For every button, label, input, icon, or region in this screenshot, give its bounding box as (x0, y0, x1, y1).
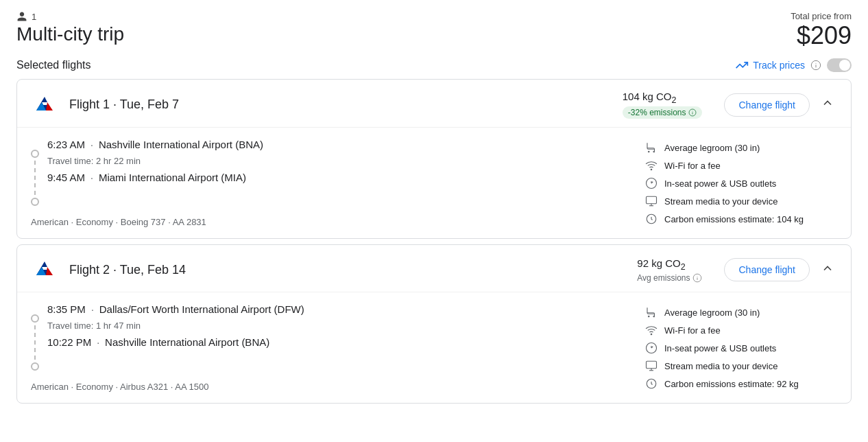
flight-itinerary-1: 6:23 AM · Nashville International Airpor… (31, 139, 629, 227)
amenity-label-2-4: Carbon emissions estimate: 92 kg (664, 379, 799, 389)
itinerary-content-1: 6:23 AM · Nashville International Airpor… (31, 139, 629, 206)
arrival-time-2: 10:22 PM (47, 336, 91, 348)
passengers-row: 1 (16, 11, 124, 22)
amenity-label-1-4: Carbon emissions estimate: 104 kg (664, 214, 804, 224)
emissions-info-icon[interactable] (688, 108, 697, 117)
chevron-up-icon-1 (821, 96, 834, 110)
track-prices-toggle[interactable] (827, 58, 852, 72)
itinerary-content-2: 8:35 PM · Dallas/Fort Worth Internationa… (31, 303, 629, 371)
svg-point-18 (649, 316, 650, 317)
separator-dep-2: · (91, 304, 94, 315)
co2-amount-1: 104 kg CO2 (623, 91, 677, 105)
co2-icon-1 (645, 213, 658, 225)
svg-point-17 (697, 276, 698, 277)
amenity-label-1-2: In-seat power & USB outlets (664, 178, 776, 189)
amenity-row-2-4: Carbon emissions estimate: 92 kg (645, 377, 837, 390)
arrival-dot-1 (31, 198, 39, 206)
arrival-time-1: 9:45 AM (47, 172, 85, 183)
departure-airport-1: Nashville International Airport (BNA) (99, 139, 263, 150)
flight-meta-1: American · Economy · Boeing 737 · AA 283… (31, 217, 629, 227)
dot-column-2 (31, 303, 39, 371)
amenity-row-2-0: Average legroom (30 in) (645, 306, 837, 318)
flight-header-left-1: Flight 1 · Tue, Feb 7 (31, 91, 179, 119)
seat-icon-1 (645, 141, 658, 154)
flight-card-header-2: Flight 2 · Tue, Feb 14 92 kg CO2 Avg emi… (17, 245, 851, 292)
track-prices-link[interactable]: Track prices (735, 58, 805, 72)
flight-header-left-2: Flight 2 · Tue, Feb 14 (31, 256, 186, 283)
amenity-row-1-1: Wi-Fi for a fee (645, 159, 837, 172)
amenities-column-1: Average legroom (30 in) Wi-Fi for a fee … (645, 139, 837, 227)
svg-rect-24 (647, 361, 657, 369)
flight-header-right-2: Change flight (724, 258, 837, 281)
power-icon-2 (645, 342, 658, 354)
amenity-label-2-2: In-seat power & USB outlets (664, 343, 776, 353)
total-price-block: Total price from $209 (791, 11, 852, 50)
amenity-label-1-1: Wi-Fi for a fee (664, 161, 721, 171)
svg-point-8 (651, 169, 652, 170)
amenity-row-1-0: Average legroom (30 in) (645, 141, 837, 154)
change-flight-button-1[interactable]: Change flight (724, 93, 810, 117)
departure-dot-2 (31, 314, 39, 323)
route-line-1 (34, 161, 36, 195)
total-price-label: Total price from (791, 11, 852, 21)
arrival-dot-2 (31, 362, 39, 371)
flight-emissions-2: 92 kg CO2 Avg emissions (637, 257, 702, 283)
flight-card-2: Flight 2 · Tue, Feb 14 92 kg CO2 Avg emi… (16, 244, 852, 404)
departure-time-2: 8:35 PM (47, 303, 86, 315)
co2-amount-2: 92 kg CO2 (637, 257, 685, 272)
amenity-label-2-1: Wi-Fi for a fee (664, 325, 721, 336)
flight-emissions-1: 104 kg CO2 -32% emissions (623, 91, 703, 119)
flight-itinerary-2: 8:35 PM · Dallas/Fort Worth Internationa… (31, 303, 629, 392)
airline-logo-2 (31, 256, 58, 283)
flights-container: Flight 1 · Tue, Feb 7 104 kg CO2 -32% em… (16, 79, 852, 404)
separator-dep-1: · (91, 139, 93, 150)
passengers-count: 1 (32, 12, 36, 22)
flight-card-header-1: Flight 1 · Tue, Feb 7 104 kg CO2 -32% em… (17, 80, 851, 128)
svg-point-2 (815, 63, 816, 64)
route-line-2 (34, 325, 36, 360)
co2-icon-2 (645, 377, 658, 390)
flight-card-body-2: 8:35 PM · Dallas/Fort Worth Internationa… (17, 292, 851, 403)
trip-title: Multi-city trip (16, 23, 124, 45)
amenity-label-1-0: Average legroom (30 in) (664, 143, 760, 153)
times-column-1: 6:23 AM · Nashville International Airpor… (47, 139, 629, 206)
arrival-airport-1: Miami International Airport (MIA) (99, 172, 246, 183)
arrival-row-2: 10:22 PM · Nashville International Airpo… (47, 336, 629, 348)
departure-row-2: 8:35 PM · Dallas/Fort Worth Internationa… (47, 303, 629, 315)
departure-airport-2: Dallas/Fort Worth International Airport … (99, 303, 304, 315)
avg-emissions-info-icon[interactable] (692, 273, 702, 283)
seat-icon-2 (645, 306, 658, 318)
chevron-up-icon-2 (821, 261, 834, 275)
svg-point-7 (653, 151, 655, 152)
amenity-row-1-4: Carbon emissions estimate: 104 kg (645, 213, 837, 225)
track-prices-info-icon[interactable] (810, 60, 821, 71)
travel-time-2: Travel time: 1 hr 47 min (47, 321, 629, 331)
amenity-row-2-3: Stream media to your device (645, 360, 837, 372)
separator-arr-1: · (91, 172, 93, 183)
times-column-2: 8:35 PM · Dallas/Fort Worth Internationa… (47, 303, 629, 371)
change-flight-button-2[interactable]: Change flight (724, 258, 810, 281)
amenity-row-1-3: Stream media to your device (645, 195, 837, 207)
collapse-flight-button-2[interactable] (818, 259, 837, 281)
person-icon (16, 11, 27, 22)
amenities-column-2: Average legroom (30 in) Wi-Fi for a fee … (645, 303, 837, 392)
dot-column-1 (31, 139, 39, 206)
svg-point-20 (651, 334, 652, 335)
power-icon-1 (645, 177, 658, 189)
amenity-label-1-3: Stream media to your device (664, 196, 777, 207)
emissions-badge-1: -32% emissions (623, 106, 703, 119)
svg-rect-12 (647, 196, 657, 204)
separator-arr-2: · (97, 337, 99, 348)
svg-point-19 (653, 316, 655, 317)
collapse-flight-button-1[interactable] (818, 93, 837, 116)
svg-point-5 (692, 111, 693, 112)
departure-time-1: 6:23 AM (47, 139, 85, 150)
amenity-label-2-0: Average legroom (30 in) (664, 307, 760, 318)
trending-up-icon (735, 58, 749, 72)
amenity-label-2-3: Stream media to your device (664, 361, 777, 371)
avg-emissions-badge-2: Avg emissions (637, 273, 702, 283)
wifi-icon-1 (645, 159, 658, 172)
media-icon-2 (645, 360, 658, 372)
arrival-airport-2: Nashville International Airport (BNA) (105, 336, 269, 348)
flight-number-title-1: Flight 1 · Tue, Feb 7 (69, 97, 179, 112)
